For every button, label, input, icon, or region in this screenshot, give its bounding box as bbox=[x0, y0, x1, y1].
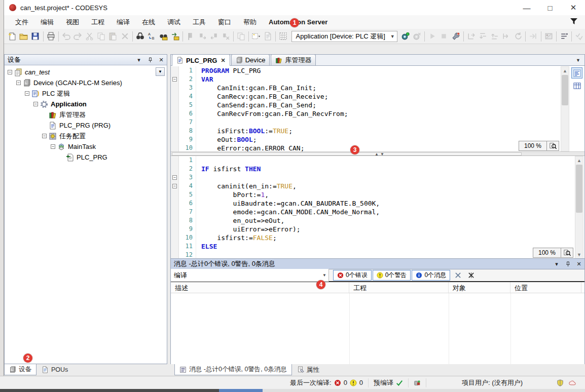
cloud-icon[interactable] bbox=[569, 379, 576, 386]
tree-expander-icon[interactable]: − bbox=[42, 134, 47, 138]
new-project-icon[interactable] bbox=[6, 30, 18, 43]
tree-item-plc-prg-prg-[interactable]: PLC_PRG (PRG) bbox=[5, 120, 167, 131]
minimize-button[interactable]: — bbox=[515, 0, 538, 15]
panel-close-icon[interactable]: ✕ bbox=[575, 260, 582, 267]
line-number: 2 bbox=[179, 75, 196, 84]
tree-item--[interactable]: 库管理器 bbox=[5, 109, 167, 120]
tree-item-can-test[interactable]: −can_test bbox=[5, 67, 167, 77]
implementation-zoom-icon[interactable] bbox=[561, 248, 573, 258]
bottom-tab-pous[interactable]: POUs bbox=[36, 364, 73, 375]
plclogic-icon bbox=[31, 90, 40, 98]
code-line: 6 uiBaudrate:=gcan.CAN_BAUDRATE.B_500K, bbox=[171, 199, 584, 208]
textual-view-button[interactable] bbox=[571, 67, 582, 79]
panel-pin-icon[interactable] bbox=[564, 260, 571, 267]
login-icon[interactable] bbox=[399, 30, 411, 43]
desktop-sliver bbox=[0, 389, 585, 392]
menu-编译[interactable]: 编译 bbox=[111, 16, 136, 29]
find-icon[interactable] bbox=[134, 30, 146, 43]
hscroll-thumb[interactable] bbox=[172, 152, 522, 155]
replace-in-project-icon[interactable] bbox=[169, 30, 181, 43]
declaration-scrollbar[interactable]: ▲ bbox=[561, 66, 569, 151]
bottom-tab-properties[interactable]: 属性 bbox=[292, 364, 324, 375]
clear-messages-icon[interactable] bbox=[452, 270, 463, 281]
bottom-tab-设备[interactable]: 设备 bbox=[4, 364, 36, 375]
editor-tab-库管理器[interactable]: 库管理器 bbox=[271, 54, 316, 65]
security-shield-icon[interactable] bbox=[557, 379, 564, 386]
tree-expander-icon[interactable]: − bbox=[16, 81, 21, 85]
open-project-icon[interactable] bbox=[18, 30, 29, 43]
column-header-对象[interactable]: 对象 bbox=[449, 282, 510, 293]
tree-dropdown-button[interactable]: ▼ bbox=[156, 67, 165, 76]
panel-dropdown-icon[interactable]: ▾ bbox=[553, 260, 560, 267]
active-application-combobox[interactable]: Application [Device: PLC 逻辑]▼ bbox=[291, 31, 397, 42]
implementation-scrollbar[interactable]: ▲ ▼ bbox=[575, 156, 583, 259]
filter-funnel-icon[interactable] bbox=[570, 18, 578, 26]
code-text bbox=[196, 156, 201, 165]
close-button[interactable]: ✕ bbox=[562, 0, 585, 15]
tab-close-icon[interactable]: ✕ bbox=[221, 57, 225, 64]
fold-collapse-icon[interactable]: − bbox=[172, 184, 177, 188]
save-project-icon[interactable] bbox=[29, 30, 41, 43]
fold-collapse-icon[interactable]: − bbox=[172, 77, 177, 82]
tree-expander-icon[interactable]: − bbox=[25, 91, 29, 96]
clear-all-messages-icon[interactable] bbox=[465, 270, 477, 281]
panel-pin-icon[interactable] bbox=[147, 56, 154, 63]
copy-icon bbox=[235, 30, 247, 43]
code-line: 2IF isfirst THEN bbox=[171, 165, 584, 173]
fold-collapse-icon[interactable]: − bbox=[172, 175, 177, 180]
tree-item-maintask[interactable]: −MainTask bbox=[5, 141, 167, 152]
print-icon[interactable] bbox=[45, 30, 56, 43]
execution-order-icon[interactable] bbox=[558, 30, 570, 43]
online-config-icon[interactable] bbox=[450, 30, 461, 43]
declaration-zoom-icon[interactable] bbox=[547, 141, 559, 151]
tree-item-plc-prg[interactable]: PLC_PRG bbox=[5, 152, 167, 163]
message-category-combobox[interactable]: 编译 ▼ bbox=[171, 269, 329, 282]
menu-窗口[interactable]: 窗口 bbox=[212, 16, 237, 29]
line-number: 6 bbox=[179, 109, 196, 118]
tree-expander-icon[interactable]: − bbox=[51, 144, 55, 149]
menu-帮助[interactable]: 帮助 bbox=[237, 16, 263, 29]
panel-close-icon[interactable]: ✕ bbox=[158, 56, 165, 63]
menu-调试[interactable]: 调试 bbox=[161, 16, 187, 29]
editor-tab-plc_prg[interactable]: PLC_PRG✕ bbox=[172, 54, 230, 66]
menu-工程[interactable]: 工程 bbox=[85, 16, 111, 29]
panel-dropdown-icon[interactable]: ▾ bbox=[135, 56, 142, 63]
menu-文件[interactable]: 文件 bbox=[9, 16, 34, 29]
implementation-editor[interactable]: 12IF isfirst THEN−3−4 caninit(en_in:=TRU… bbox=[171, 156, 584, 259]
editor-splitter[interactable]: ▲▼ bbox=[171, 151, 584, 156]
warning-filter-button[interactable]: 0个警告 bbox=[373, 270, 411, 281]
line-number: 6 bbox=[179, 199, 196, 208]
window-title: can_test.project* - CODESYS bbox=[20, 4, 107, 12]
fold-margin bbox=[171, 109, 179, 118]
replace-icon[interactable]: AB bbox=[146, 30, 158, 43]
info-filter-button[interactable]: 0个消息 bbox=[412, 270, 450, 281]
tree-item-plc-[interactable]: −PLC 逻辑 bbox=[5, 88, 167, 99]
find-in-project-icon[interactable] bbox=[158, 30, 169, 43]
maximize-button[interactable]: □ bbox=[538, 0, 562, 15]
code-text bbox=[196, 251, 201, 259]
menu-编辑[interactable]: 编辑 bbox=[34, 16, 60, 29]
refactoring-icon[interactable] bbox=[277, 30, 289, 43]
tree-item-device-gcan-plc-m-series-[interactable]: −Device (GCAN-PLC-M Series) bbox=[5, 77, 167, 88]
tree-expander-icon[interactable]: − bbox=[8, 70, 12, 74]
tabular-view-button[interactable] bbox=[571, 80, 582, 91]
menu-视图[interactable]: 视图 bbox=[60, 16, 85, 29]
svg-text:B: B bbox=[152, 36, 154, 41]
menu-工具[interactable]: 工具 bbox=[187, 16, 212, 29]
new-declaration-icon[interactable] bbox=[250, 30, 262, 43]
fold-margin: − bbox=[171, 182, 179, 190]
run-to-cursor-icon bbox=[527, 30, 539, 43]
menu-在线[interactable]: 在线 bbox=[136, 16, 161, 29]
tree-expander-icon[interactable]: − bbox=[33, 102, 38, 106]
tree-item-application[interactable]: −Application bbox=[5, 99, 167, 109]
tab-overflow-icon[interactable]: ▼ bbox=[576, 58, 580, 63]
column-header-位置[interactable]: 位置 bbox=[510, 282, 581, 293]
editor-tab-device[interactable]: Device bbox=[231, 54, 270, 65]
tree-item--[interactable]: −任务配置 bbox=[5, 131, 167, 141]
column-header-工程[interactable]: 工程 bbox=[349, 282, 449, 293]
messages-table-body[interactable] bbox=[171, 293, 584, 364]
bottom-tab-messages[interactable]: 消息 -总计0个错误, 0警告, 0条消息 bbox=[174, 364, 291, 375]
pou-icon bbox=[176, 57, 184, 64]
error-filter-button[interactable]: 0个错误 bbox=[333, 270, 372, 281]
declaration-editor[interactable]: 1PROGRAM PLC_PRG−2VAR3 CanInit:gcan.FB_C… bbox=[171, 66, 584, 151]
